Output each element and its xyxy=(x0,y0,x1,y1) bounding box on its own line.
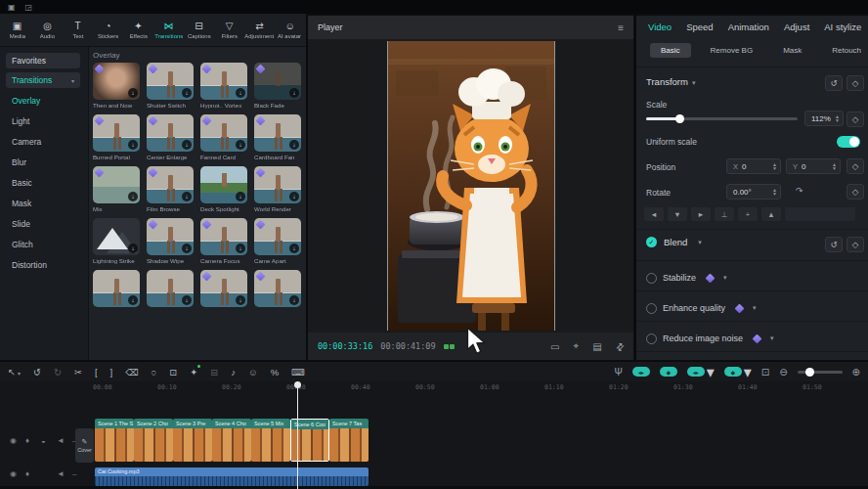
transition-thumbnail[interactable]: ↓ xyxy=(200,114,247,152)
level-icon[interactable]: ▲ xyxy=(761,207,781,221)
toolbar-item-ai-avatar[interactable]: ☺AI avatar xyxy=(275,21,305,39)
transition-thumbnail[interactable]: ↓ xyxy=(93,218,140,255)
undo-button[interactable]: ↺ xyxy=(33,367,41,378)
sidebar-item-light[interactable]: Light xyxy=(0,111,88,131)
uniform-scale-toggle[interactable] xyxy=(837,136,860,148)
transition-thumbnail[interactable]: ↓ xyxy=(200,63,247,100)
avatar-tool-button[interactable]: ☺ xyxy=(248,367,258,378)
freeze-frame-button[interactable]: ○ xyxy=(152,367,157,378)
scale-value-input[interactable]: 112% ▲▼ xyxy=(804,111,844,126)
track-mute-icon[interactable]: ◄ xyxy=(57,436,65,445)
rotate-stepper[interactable]: ▲▼ xyxy=(772,188,777,196)
timeline-clip-4[interactable]: Scene 4 Cho xyxy=(212,419,251,462)
trim-right-button[interactable]: ] xyxy=(110,367,113,378)
sidebar-item-slide[interactable]: Slide xyxy=(0,213,88,234)
layout-icon[interactable]: ◲ xyxy=(25,3,33,12)
select-tool[interactable]: ↖▾ xyxy=(8,367,21,378)
blend-reset-button[interactable]: ↺ xyxy=(825,237,843,252)
timeline-clip-3[interactable]: Scene 3 Pre xyxy=(173,419,212,462)
transform-keyframe-button[interactable]: ◇ xyxy=(846,75,864,91)
feature-checkbox[interactable] xyxy=(646,333,657,344)
feature-row-enhance-quality[interactable]: Enhance quality▾ xyxy=(646,298,858,318)
audio-clip[interactable]: Cat Cooking.mp3 xyxy=(95,467,369,486)
position-y-stepper[interactable]: ▲▼ xyxy=(832,162,837,170)
rotate-right-icon[interactable]: ⊥ xyxy=(715,207,734,221)
transform-reset-button[interactable]: ↺ xyxy=(825,75,843,91)
timeline-zoom-out-button[interactable]: ⊖ xyxy=(779,367,787,378)
transition-thumbnail[interactable]: ↓ xyxy=(147,166,194,203)
blend-section-header[interactable]: ✓ Blend ▾ xyxy=(646,237,702,247)
blend-checkbox[interactable]: ✓ xyxy=(646,237,657,247)
timeline-clip-5[interactable]: Scene 5 Mix xyxy=(251,419,290,462)
player-canvas[interactable] xyxy=(308,39,633,333)
more-tools-pill[interactable] xyxy=(785,207,855,221)
transition-thumbnail[interactable]: ↓ xyxy=(147,114,194,152)
flip-vertical-icon[interactable]: ▼ xyxy=(668,207,687,221)
tab-animation[interactable]: Animation xyxy=(728,22,769,32)
feature-row-stabilize[interactable]: Stabilize▾ xyxy=(646,268,858,288)
position-x-stepper[interactable]: ▲▼ xyxy=(772,162,777,170)
transition-thumbnail[interactable]: ↓ xyxy=(254,270,301,307)
transition-thumbnail[interactable]: ↓ xyxy=(147,218,194,255)
preview-mode-button[interactable]: ⊡ xyxy=(761,367,769,378)
transition-thumbnail[interactable]: ↓ xyxy=(254,63,301,100)
position-x-input[interactable]: X0 ▲▼ xyxy=(726,158,781,174)
quality-badge[interactable]: ▤ xyxy=(592,341,601,352)
toolbar-item-media[interactable]: ▣Media xyxy=(2,21,32,39)
preview-axis-toggle[interactable]: ◂▸▾ xyxy=(687,363,715,381)
speed-tool-button[interactable]: % xyxy=(271,367,279,378)
player-menu-icon[interactable]: ≡ xyxy=(618,22,624,33)
transition-thumbnail[interactable]: ↓ xyxy=(254,114,301,152)
timeline-clip-6[interactable]: Scene 6 Coo xyxy=(290,419,329,462)
track-number-icon[interactable]: ◉ xyxy=(10,436,17,445)
scale-slider[interactable] xyxy=(646,117,798,120)
transition-thumbnail[interactable]: ↓ xyxy=(200,270,247,307)
track-number-icon[interactable]: ◉ xyxy=(10,469,17,478)
subtab-basic[interactable]: Basic xyxy=(650,43,691,58)
timeline-clip-7[interactable]: Scene 7 Tas xyxy=(329,419,369,462)
position-keyframe-button[interactable]: ◇ xyxy=(846,158,864,174)
transition-thumbnail[interactable]: ↓ xyxy=(93,166,140,203)
rotate-value-input[interactable]: 0.00° ▲▼ xyxy=(726,184,781,200)
timeline-zoom-knob[interactable] xyxy=(805,368,814,377)
toolbar-item-transitions[interactable]: ⋈Transitions xyxy=(153,21,184,39)
auto-scroll-toggle[interactable]: ◆▾ xyxy=(724,363,752,381)
toolbar-item-effects[interactable]: ✦Effects xyxy=(123,21,153,39)
sidebar-item-distortion[interactable]: Distortion xyxy=(0,254,88,275)
shortcuts-button[interactable]: ⌨ xyxy=(291,367,305,378)
redo-button[interactable]: ↻ xyxy=(54,367,62,378)
tab-video[interactable]: Video xyxy=(648,22,672,32)
motion-track-icon[interactable]: ⌖ xyxy=(574,340,580,352)
scale-stepper[interactable]: ▲▼ xyxy=(835,114,840,122)
magnet-snap-toggle[interactable]: ◂▸ xyxy=(632,367,650,377)
center-align-icon[interactable]: + xyxy=(738,207,758,221)
mirror-button[interactable]: ⊡ xyxy=(169,367,177,378)
linked-select-toggle[interactable]: ◆ xyxy=(660,367,677,377)
sidebar-item-overlay[interactable]: Overlay xyxy=(0,90,88,111)
transition-thumbnail[interactable]: ↓ xyxy=(93,270,140,307)
toolbar-item-audio[interactable]: ◎Audio xyxy=(32,21,63,39)
blend-keyframe-button[interactable]: ◇ xyxy=(846,237,864,252)
sidebar-item-mask[interactable]: Mask xyxy=(0,193,88,213)
transition-thumbnail[interactable]: ↓ xyxy=(200,166,247,203)
toolbar-item-captions[interactable]: ⊟Captions xyxy=(184,21,214,39)
transition-thumbnail[interactable]: ↓ xyxy=(254,218,301,255)
split-button[interactable]: ✂ xyxy=(74,367,82,378)
subtab-mask[interactable]: Mask xyxy=(772,43,812,58)
ratio-icon[interactable]: ▭ xyxy=(550,341,559,352)
scale-keyframe-button[interactable]: ◇ xyxy=(846,111,864,127)
record-voiceover-button[interactable]: Ψ xyxy=(614,367,622,378)
transition-thumbnail[interactable]: ↓ xyxy=(147,270,194,307)
toolbar-item-filters[interactable]: ▽Filters xyxy=(214,21,244,39)
feature-row-reduce-image-noise[interactable]: Reduce image noise▾ xyxy=(646,329,858,348)
transition-thumbnail[interactable]: ↓ xyxy=(200,218,247,255)
delete-button[interactable]: ⌫ xyxy=(125,367,138,378)
feature-checkbox[interactable] xyxy=(646,303,657,314)
timeline-clip-2[interactable]: Scene 2 Cho xyxy=(134,419,173,462)
subtab-remove-bg[interactable]: Remove BG xyxy=(700,43,764,58)
scale-slider-knob[interactable] xyxy=(675,114,684,123)
playhead[interactable] xyxy=(297,381,298,489)
category-dropdown[interactable]: Transitions ▾ xyxy=(6,72,80,88)
video-preview[interactable] xyxy=(387,41,555,331)
track-lock-icon[interactable]: ♦ xyxy=(25,436,29,445)
